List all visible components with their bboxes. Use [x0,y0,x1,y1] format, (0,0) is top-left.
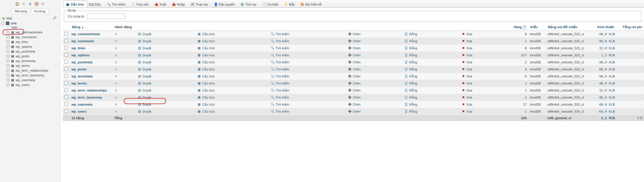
row-checkbox[interactable] [64,102,68,106]
structure-action[interactable]: ▦Cấu trúc [197,88,215,92]
table-name-link[interactable]: wp_term_relationships [71,88,107,92]
tree-table-wp_posts[interactable]: +▦wp_posts [7,54,59,58]
insert-action[interactable]: ➕Chèn [348,32,360,36]
table-name-link[interactable]: wp_term_taxonomy [71,96,102,99]
drop-action[interactable]: ✖Xóa [461,95,472,99]
tab-export[interactable]: 📤Xuất [152,1,169,8]
drop-action[interactable]: ✖Xóa [461,81,472,85]
drop-action[interactable]: ✖Xóa [461,60,472,64]
link-icon[interactable]: 🔗 [53,16,57,20]
browse-action[interactable]: ▤Duyệt [138,39,151,43]
empty-action[interactable]: 🗑️Rỗng [404,109,417,113]
structure-action[interactable]: ▦Cấu trúc [197,67,215,71]
favorite-star[interactable]: ★ [114,46,118,50]
empty-action[interactable]: 🗑️Rỗng [404,46,417,50]
collapse-icon[interactable]: − [2,22,5,25]
favorite-star[interactable]: ★ [114,39,118,43]
row-checkbox[interactable] [64,60,68,64]
col-table[interactable]: Bảng [72,25,80,29]
search-action[interactable]: 🔍Tìm kiếm [270,88,289,92]
insert-action[interactable]: ➕Chèn [348,102,360,106]
favorite-star[interactable]: ★ [114,60,118,64]
tree-table-wp_options[interactable]: +▦wp_options [7,45,59,49]
favorite-star[interactable]: ★ [114,32,118,36]
search-action[interactable]: 🔍Tìm kiếm [270,53,289,57]
row-checkbox[interactable] [64,88,68,92]
structure-action[interactable]: ▦Cấu trúc [197,102,215,106]
empty-action[interactable]: 🗑️Rỗng [404,32,417,36]
structure-action[interactable]: ▦Cấu trúc [197,53,215,57]
tree-table-wp_term_relationships[interactable]: +▦wp_term_relationships [7,69,59,72]
empty-action[interactable]: 🗑️Rỗng [404,67,417,71]
tab-privileges[interactable]: 👤Đặc quyền [211,1,238,8]
tree-db-cvm[interactable]: − 🗄️ cvm [2,21,59,25]
reload-icon[interactable]: ⟳ [41,2,45,6]
insert-action[interactable]: ➕Chèn [348,53,360,57]
browse-action[interactable]: ▤Duyệt [138,81,151,85]
drop-action[interactable]: ✖Xóa [461,32,472,36]
tree-table-wp_termmeta[interactable]: +▦wp_termmeta [7,59,59,63]
structure-action[interactable]: ▦Cấu trúc [197,109,215,113]
table-name-link[interactable]: wp_usermeta [71,103,92,106]
insert-action[interactable]: ➕Chèn [348,109,360,113]
tab-operations[interactable]: 🛠️Thao tác [188,1,211,8]
tab-triggers[interactable]: ⚡Bẫy [281,1,298,8]
structure-action[interactable]: ▦Cấu trúc [197,60,215,64]
search-action[interactable]: 🔍Tìm kiếm [270,81,289,85]
row-checkbox[interactable] [64,74,68,78]
insert-action[interactable]: ➕Chèn [348,67,360,71]
row-checkbox[interactable] [64,39,68,42]
drop-action[interactable]: ✖Xóa [461,39,472,43]
tree-table-wp_terms[interactable]: +▦wp_terms [7,64,59,68]
favorite-star[interactable]: ★ [114,109,118,114]
tree-table-wp_commentmeta[interactable]: +▦wp_commentmeta [7,30,59,34]
browse-action[interactable]: ▤Duyệt [138,46,151,50]
search-action[interactable]: 🔍Tìm kiếm [270,46,289,50]
table-name-link[interactable]: wp_users [71,110,87,113]
expand-icon[interactable]: + [7,83,10,86]
favorite-star[interactable]: ★ [114,74,118,78]
row-checkbox[interactable] [64,32,68,35]
favorite-star[interactable]: ★ [114,88,118,93]
expand-icon[interactable]: + [7,50,10,53]
tab-events[interactable]: 🕘Sự kiện [259,1,281,8]
docs-icon[interactable]: 🗎 [28,2,32,6]
search-action[interactable]: 🔍Tìm kiếm [270,60,289,64]
logout-icon[interactable]: ⎋ [21,2,26,6]
expand-icon[interactable]: + [7,69,10,72]
table-name-link[interactable]: wp_links [71,46,85,50]
structure-action[interactable]: ▦Cấu trúc [197,46,215,50]
search-action[interactable]: 🔍Tìm kiếm [270,102,289,106]
row-checkbox[interactable] [64,95,68,99]
expand-icon[interactable]: + [7,31,10,34]
expand-icon[interactable]: + [7,55,10,58]
empty-action[interactable]: 🗑️Rỗng [404,39,417,43]
browse-action[interactable]: ▤Duyệt [138,60,151,64]
table-name-link[interactable]: wp_postmeta [71,60,92,64]
drop-action[interactable]: ✖Xóa [461,88,472,92]
tab-routines[interactable]: ⚙️Thủ tục [237,1,259,8]
structure-action[interactable]: ▦Cấu trúc [197,95,215,99]
drop-action[interactable]: ✖Xóa [461,67,472,71]
row-checkbox[interactable] [64,46,68,50]
col-rows[interactable]: Hàng [514,25,522,29]
tree-table-wp_term_taxonomy[interactable]: +▦wp_term_taxonomy [7,73,59,77]
col-size[interactable]: Kích thước [597,25,614,29]
row-checkbox[interactable] [64,67,68,71]
empty-action[interactable]: 🗑️Rỗng [404,74,417,78]
insert-action[interactable]: ➕Chèn [348,60,360,64]
drop-action[interactable]: ✖Xóa [461,102,472,106]
insert-action[interactable]: ➕Chèn [348,95,360,99]
insert-action[interactable]: ➕Chèn [348,74,360,78]
search-action[interactable]: 🔍Tìm kiếm [270,67,289,71]
tree-table-wp_postmeta[interactable]: +▦wp_postmeta [7,50,59,53]
favorite-star[interactable]: ★ [114,102,118,107]
favorite-star[interactable]: ★ [114,95,118,100]
expand-icon[interactable]: + [7,40,10,43]
search-action[interactable]: 🔍Tìm kiếm [270,109,289,113]
empty-action[interactable]: 🗑️Rỗng [404,102,417,106]
empty-action[interactable]: 🗑️Rỗng [404,88,417,92]
drop-action[interactable]: ✖Xóa [461,53,472,57]
structure-action[interactable]: ▦Cấu trúc [197,32,215,36]
empty-action[interactable]: 🗑️Rỗng [404,53,417,57]
